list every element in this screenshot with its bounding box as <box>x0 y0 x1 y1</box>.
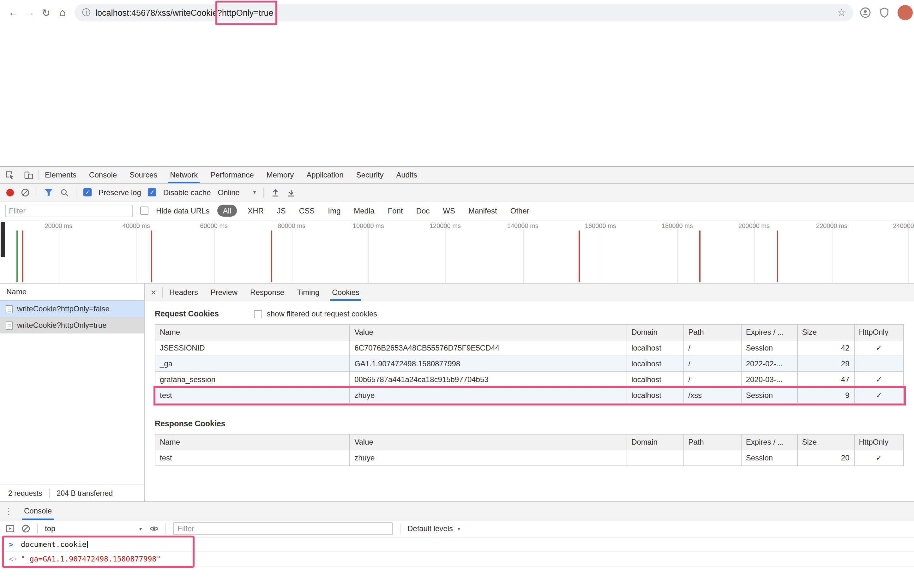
import-har-icon[interactable] <box>271 188 280 197</box>
resource-type-label: Manifest <box>468 206 497 215</box>
cookie-row[interactable]: grafana_session 00b65787a441a24ca18c915b… <box>155 372 904 388</box>
resource-type-filter[interactable]: Img <box>325 205 343 216</box>
devtools-tab-label: Application <box>306 171 343 179</box>
resource-type-label: JS <box>277 206 286 215</box>
log-levels-select[interactable]: Default levels ▼ <box>407 524 461 533</box>
devtools-tab[interactable]: Console <box>83 167 123 183</box>
url-bar[interactable]: ⓘ localhost:45678/xss/writeCookie?httpOn… <box>74 4 853 21</box>
cookie-row[interactable]: JSESSIONID 6C7076B2653A48CB55576D75F9E5C… <box>155 340 904 356</box>
site-info-icon[interactable]: ⓘ <box>82 7 90 18</box>
network-overview-timeline[interactable]: 20000 ms40000 ms60000 ms80000 ms100000 m… <box>0 220 914 284</box>
extension-shield-icon[interactable] <box>878 7 890 18</box>
column-header[interactable]: Name <box>155 324 350 340</box>
forward-icon[interactable]: → <box>21 5 38 21</box>
column-header[interactable]: Expires / ... <box>741 324 798 340</box>
inspect-element-icon[interactable] <box>0 167 19 183</box>
overview-grip[interactable] <box>1 222 5 257</box>
console-toolbar: top ▼ Default levels ▼ <box>0 520 914 538</box>
cookie-size: 42 <box>797 340 854 356</box>
execution-context-select[interactable]: top ▼ <box>45 524 143 533</box>
bookmark-star-icon[interactable]: ☆ <box>837 7 846 18</box>
resource-type-filter[interactable]: Doc <box>414 205 432 216</box>
clear-icon[interactable] <box>21 188 30 197</box>
devtools-tab[interactable]: Performance <box>204 167 260 183</box>
detail-tab[interactable]: Headers <box>163 284 204 300</box>
devtools-tab[interactable]: Sources <box>123 167 164 183</box>
column-header[interactable]: Expires / ... <box>741 434 798 450</box>
column-header[interactable]: Size <box>797 324 854 340</box>
live-expression-eye-icon[interactable] <box>150 524 158 533</box>
search-icon[interactable] <box>60 188 69 197</box>
profile-sync-icon[interactable] <box>860 7 871 18</box>
devtools-tab[interactable]: Memory <box>260 167 300 183</box>
resource-type-filter[interactable]: XHR <box>245 205 266 216</box>
hide-data-urls-checkbox[interactable] <box>140 207 149 215</box>
console-entry[interactable]: > document.cookie <box>0 538 914 552</box>
filter-funnel-icon[interactable] <box>44 188 53 197</box>
avatar[interactable] <box>898 5 913 20</box>
record-icon[interactable] <box>6 189 14 196</box>
detail-tab[interactable]: Response <box>244 284 291 300</box>
resource-type-filter[interactable]: CSS <box>297 205 317 216</box>
resource-type-filter[interactable]: Other <box>508 205 532 216</box>
home-icon[interactable]: ⌂ <box>54 5 71 21</box>
cookie-name: test <box>155 450 350 466</box>
export-har-icon[interactable] <box>287 188 296 197</box>
close-icon[interactable]: × <box>145 284 162 300</box>
throttling-select[interactable]: Online ▼ <box>218 188 257 197</box>
request-row[interactable]: writeCookie?httpOnly=false <box>0 300 144 317</box>
cookie-size: 9 <box>797 388 854 403</box>
reload-icon[interactable]: ↻ <box>38 5 54 21</box>
resource-type-filter[interactable]: Media <box>351 205 377 216</box>
resource-type-filter[interactable]: All <box>217 205 237 216</box>
detail-tab[interactable]: Preview <box>204 284 244 300</box>
resource-type-filter[interactable]: Font <box>385 205 405 216</box>
separator <box>37 187 37 197</box>
devtools-tab[interactable]: Audits <box>390 167 423 183</box>
preserve-log-checkbox[interactable]: ✓ <box>83 188 92 196</box>
console-log[interactable]: > document.cookie <· "_ga=GA1.1.90747249… <box>0 538 914 588</box>
column-header[interactable]: Name <box>155 434 350 450</box>
timeline-tick-label: 40000 ms <box>122 222 150 229</box>
cookie-row[interactable]: test zhuye Session 20 ✓ <box>155 450 904 466</box>
timeline-tick-label: 160000 ms <box>585 222 616 229</box>
resource-type-filter[interactable]: Manifest <box>466 205 500 216</box>
column-header[interactable]: Value <box>350 324 627 340</box>
column-header[interactable]: HttpOnly <box>854 324 904 340</box>
column-header[interactable]: Size <box>797 434 854 450</box>
console-entry[interactable]: <· "_ga=GA1.1.907472498.1580877998" <box>0 552 914 567</box>
request-list: writeCookie?httpOnly=false writeCookie?h… <box>0 300 144 484</box>
kebab-menu-icon[interactable]: ⋮ <box>0 502 18 520</box>
detail-tab[interactable]: Cookies <box>326 284 366 300</box>
network-filter-input[interactable] <box>5 204 132 217</box>
request-row[interactable]: writeCookie?httpOnly=true <box>0 317 144 333</box>
cookie-size: 47 <box>797 372 854 388</box>
console-filter-input[interactable] <box>173 522 393 535</box>
console-tab[interactable]: Console <box>18 502 58 520</box>
request-list-header[interactable]: Name <box>0 284 144 300</box>
console-sidebar-icon[interactable] <box>6 524 15 533</box>
devtools-tab[interactable]: Elements <box>39 167 83 183</box>
column-header[interactable]: Value <box>350 434 627 450</box>
cookie-row[interactable]: _ga GA1.1.907472498.1580877998 localhost… <box>155 356 904 372</box>
column-header[interactable]: Path <box>683 434 741 450</box>
timeline-tick-label: 100000 ms <box>353 222 384 229</box>
cookie-name: JSESSIONID <box>155 340 350 356</box>
column-header[interactable]: Path <box>683 324 741 340</box>
clear-console-icon[interactable] <box>21 524 30 533</box>
devtools-tab[interactable]: Network <box>164 167 204 183</box>
show-filtered-cookies-checkbox[interactable] <box>254 310 262 318</box>
back-icon[interactable]: ← <box>5 5 21 21</box>
detail-tab[interactable]: Timing <box>291 284 326 300</box>
column-header[interactable]: HttpOnly <box>854 434 904 450</box>
devtools-panel: ElementsConsoleSourcesNetworkPerformance… <box>0 166 914 588</box>
resource-type-filter[interactable]: WS <box>440 205 458 216</box>
resource-type-filter[interactable]: JS <box>275 205 288 216</box>
devtools-tab[interactable]: Security <box>350 167 390 183</box>
device-toolbar-icon[interactable] <box>19 167 38 183</box>
cookie-row[interactable]: test zhuye localhost /xss Session 9 ✓ <box>155 388 904 403</box>
devtools-tab[interactable]: Application <box>300 167 350 183</box>
column-header[interactable]: Domain <box>627 434 683 450</box>
disable-cache-checkbox[interactable]: ✓ <box>148 188 156 196</box>
column-header[interactable]: Domain <box>627 324 683 340</box>
